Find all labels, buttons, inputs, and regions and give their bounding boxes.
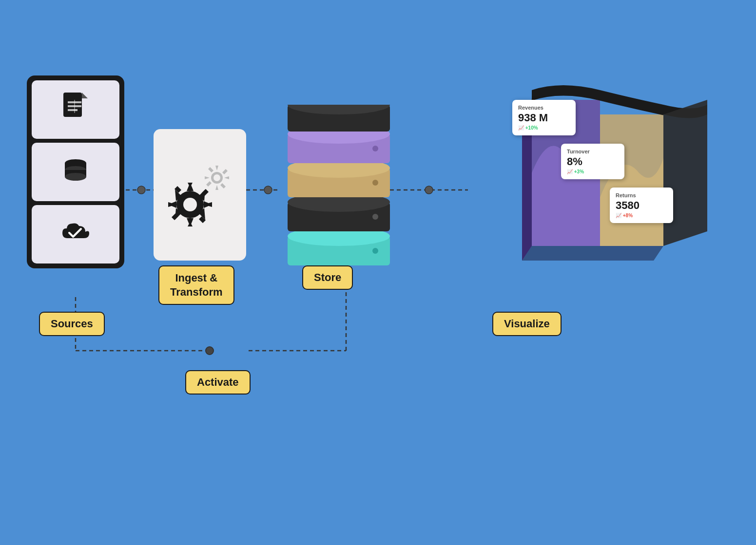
sources-block <box>27 75 124 268</box>
gear-group <box>166 161 234 229</box>
trend-up-icon-3: 📈 <box>616 213 621 218</box>
svg-point-21 <box>65 173 86 181</box>
dashboard-card-turnover: Turnover 8% 📈 +3% <box>561 144 624 179</box>
source-card-cloud <box>32 205 119 263</box>
returns-title: Returns <box>616 192 667 198</box>
dashboard-card-returns: Returns 3580 📈 +8% <box>610 188 673 223</box>
store-block <box>280 105 402 280</box>
svg-rect-15 <box>68 109 78 111</box>
returns-value: 3580 <box>616 199 667 212</box>
sources-label: Sources <box>39 312 105 336</box>
diagram-container: Sources Ingest &Transform <box>0 0 756 545</box>
revenues-value: 938 M <box>518 112 570 124</box>
turnover-change: 📈 +3% <box>567 169 619 174</box>
svg-point-31 <box>372 214 378 220</box>
spreadsheet-icon <box>61 93 90 127</box>
store-label: Store <box>302 265 353 290</box>
svg-point-23 <box>213 174 220 181</box>
cloud-check-icon <box>58 221 93 248</box>
ingest-label: Ingest &Transform <box>158 265 234 305</box>
dashboard-card-revenues: Revenues 938 M 📈 +10% <box>512 100 576 135</box>
activate-label: Activate <box>185 370 251 395</box>
returns-change: 📈 +8% <box>616 213 667 218</box>
revenues-change: 📈 +10% <box>518 125 570 131</box>
svg-point-9 <box>425 186 433 194</box>
svg-point-28 <box>372 248 378 254</box>
trend-up-icon-2: 📈 <box>567 169 573 174</box>
turnover-title: Turnover <box>567 149 619 154</box>
store-disk-stack-icon <box>280 105 402 270</box>
ingest-block <box>154 129 246 261</box>
trend-up-icon: 📈 <box>518 125 524 131</box>
svg-point-8 <box>264 186 272 194</box>
database-icon <box>61 157 90 187</box>
svg-point-7 <box>137 186 145 194</box>
svg-rect-11 <box>63 93 82 117</box>
visualize-label: Visualize <box>492 312 562 336</box>
turnover-value: 8% <box>567 155 619 168</box>
revenues-title: Revenues <box>518 105 570 111</box>
svg-point-37 <box>372 146 378 151</box>
visualize-block: Revenues 938 M 📈 +10% Turnover 8% 📈 +3% … <box>503 75 722 270</box>
svg-point-25 <box>183 198 197 211</box>
svg-point-10 <box>206 347 213 355</box>
source-card-database <box>32 143 119 201</box>
gear-big-icon <box>166 180 214 229</box>
svg-marker-12 <box>82 93 88 98</box>
svg-point-34 <box>372 180 378 186</box>
source-card-spreadsheet <box>32 80 119 139</box>
